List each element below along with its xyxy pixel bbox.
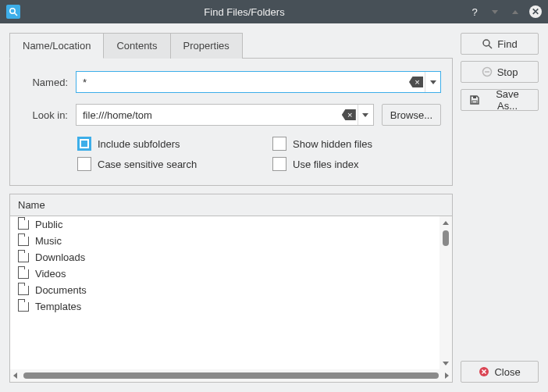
option-label: Use files index bbox=[293, 159, 359, 170]
scroll-thumb[interactable] bbox=[23, 372, 439, 379]
folder-icon bbox=[18, 220, 29, 230]
clear-named-icon[interactable] bbox=[409, 77, 423, 87]
stop-icon bbox=[482, 66, 493, 77]
table-row[interactable]: Videos bbox=[10, 265, 439, 282]
svg-line-3 bbox=[489, 45, 492, 48]
option-case-sensitive[interactable]: Case sensitive search bbox=[77, 157, 241, 171]
option-label: Case sensitive search bbox=[98, 159, 197, 170]
save-as-button[interactable]: Save As... bbox=[461, 89, 539, 111]
lookin-dropdown-icon[interactable] bbox=[358, 105, 373, 125]
tab-bar: Name/Location Contents Properties bbox=[9, 33, 453, 59]
scroll-thumb[interactable] bbox=[443, 230, 449, 246]
find-button[interactable]: Find bbox=[461, 33, 539, 55]
folder-icon bbox=[18, 286, 29, 295]
option-use-index[interactable]: Use files index bbox=[272, 157, 436, 171]
close-window-icon[interactable]: ✕ bbox=[529, 5, 542, 18]
option-label: Show hidden files bbox=[293, 138, 372, 150]
table-row[interactable]: Downloads bbox=[10, 249, 439, 265]
option-include-subfolders[interactable]: Include subfolders bbox=[77, 137, 241, 151]
checkbox-icon bbox=[272, 137, 286, 151]
scroll-right-icon[interactable] bbox=[445, 372, 449, 379]
svg-rect-6 bbox=[472, 101, 477, 103]
svg-point-0 bbox=[10, 9, 15, 13]
column-header-name: Name bbox=[18, 199, 444, 211]
svg-line-1 bbox=[15, 13, 18, 16]
named-dropdown-icon[interactable] bbox=[425, 72, 440, 92]
tab-contents[interactable]: Contents bbox=[104, 33, 170, 59]
option-show-hidden[interactable]: Show hidden files bbox=[272, 137, 436, 151]
results-table: Name PublicMusicDownloadsVideosDocuments… bbox=[9, 194, 453, 383]
close-icon bbox=[479, 366, 489, 377]
scroll-up-icon[interactable] bbox=[439, 216, 452, 229]
file-name: Documents bbox=[35, 284, 87, 296]
maximize-icon[interactable] bbox=[509, 5, 521, 18]
folder-icon bbox=[18, 237, 29, 246]
vertical-scrollbar[interactable] bbox=[439, 216, 452, 369]
help-icon[interactable]: ? bbox=[468, 5, 481, 18]
tab-name-location[interactable]: Name/Location bbox=[9, 33, 104, 59]
svg-point-2 bbox=[483, 40, 489, 46]
results-header[interactable]: Name bbox=[10, 194, 452, 216]
stop-button: Stop bbox=[461, 61, 539, 83]
save-icon bbox=[469, 94, 480, 105]
checkbox-icon bbox=[272, 157, 286, 171]
table-row[interactable]: Music bbox=[10, 233, 439, 249]
checkbox-icon bbox=[77, 137, 91, 151]
find-button-label: Find bbox=[497, 38, 517, 50]
save-as-button-label: Save As... bbox=[485, 88, 530, 112]
table-row[interactable]: Templates bbox=[10, 298, 439, 315]
file-name: Downloads bbox=[35, 251, 85, 263]
file-name: Music bbox=[35, 235, 62, 247]
search-icon bbox=[482, 38, 493, 49]
search-panel: Named: Look in: Browse... bbox=[9, 58, 453, 186]
titlebar: Find Files/Folders ? ✕ bbox=[0, 0, 548, 23]
stop-button-label: Stop bbox=[497, 66, 518, 78]
lookin-input[interactable] bbox=[77, 109, 342, 121]
app-icon bbox=[6, 5, 20, 19]
option-label: Include subfolders bbox=[98, 138, 180, 150]
folder-icon bbox=[18, 302, 29, 312]
folder-icon bbox=[18, 253, 29, 262]
named-combo bbox=[76, 71, 441, 93]
clear-lookin-icon[interactable] bbox=[342, 109, 356, 120]
close-button[interactable]: Close bbox=[461, 361, 539, 383]
scroll-down-icon[interactable] bbox=[439, 357, 452, 369]
close-button-label: Close bbox=[494, 366, 520, 378]
lookin-label: Look in: bbox=[21, 109, 68, 121]
scroll-left-icon[interactable] bbox=[13, 372, 17, 379]
checkbox-icon bbox=[77, 157, 91, 171]
named-input[interactable] bbox=[77, 77, 409, 88]
lookin-combo bbox=[76, 104, 374, 126]
file-name: Public bbox=[35, 219, 62, 230]
file-name: Videos bbox=[35, 268, 66, 280]
svg-rect-7 bbox=[473, 96, 476, 98]
table-row[interactable]: Public bbox=[10, 216, 439, 233]
minimize-icon[interactable] bbox=[489, 5, 501, 18]
file-name: Templates bbox=[35, 301, 81, 312]
horizontal-scrollbar[interactable] bbox=[10, 369, 452, 382]
folder-icon bbox=[18, 269, 29, 279]
browse-button[interactable]: Browse... bbox=[382, 104, 441, 126]
tab-properties[interactable]: Properties bbox=[171, 33, 243, 59]
window-title: Find Files/Folders bbox=[20, 6, 468, 18]
table-row[interactable]: Documents bbox=[10, 282, 439, 298]
named-label: Named: bbox=[21, 77, 68, 88]
